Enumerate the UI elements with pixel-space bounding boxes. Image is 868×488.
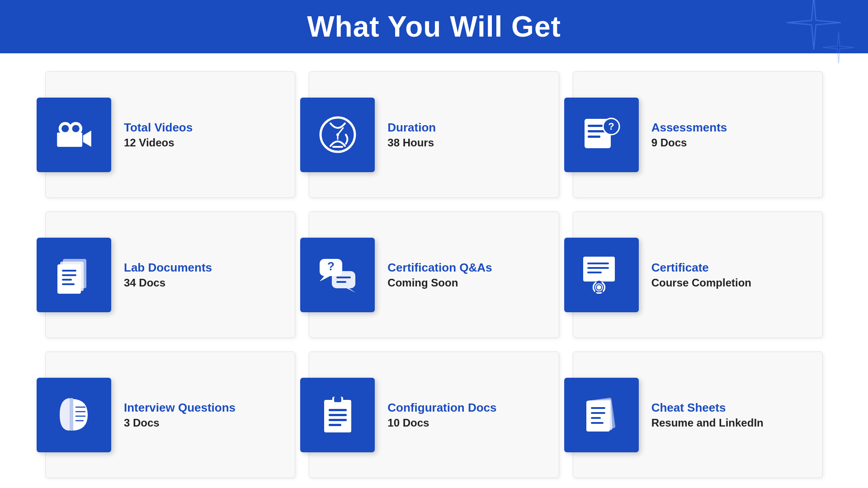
svg-rect-6 bbox=[57, 133, 82, 136]
certificate-icon bbox=[581, 254, 622, 295]
documents-icon bbox=[54, 254, 94, 295]
duration-icon-box bbox=[300, 98, 375, 172]
svg-point-3 bbox=[72, 125, 79, 132]
lab-documents-text: Lab Documents 34 Docs bbox=[111, 261, 212, 289]
total-videos-text: Total Videos 12 Videos bbox=[111, 121, 193, 149]
svg-rect-4 bbox=[57, 135, 82, 147]
page-title: What You Will Get bbox=[0, 10, 868, 43]
svg-point-10 bbox=[336, 133, 339, 136]
card-total-videos: Total Videos 12 Videos bbox=[45, 71, 295, 198]
certificate-label: Certificate bbox=[651, 261, 751, 275]
svg-rect-14 bbox=[588, 130, 606, 132]
svg-point-1 bbox=[61, 125, 69, 132]
lab-documents-icon-box bbox=[37, 238, 111, 312]
page-header: What You Will Get bbox=[0, 0, 868, 53]
svg-rect-34 bbox=[587, 267, 609, 269]
certification-qas-text: Certification Q&As Coming Soon bbox=[375, 261, 492, 289]
svg-point-41 bbox=[596, 285, 602, 290]
video-camera-icon bbox=[54, 114, 94, 155]
svg-rect-52 bbox=[329, 419, 347, 421]
cards-grid: Total Videos 12 Videos Duration 38 Hours bbox=[0, 53, 868, 488]
svg-rect-33 bbox=[587, 263, 609, 264]
svg-text:?: ? bbox=[608, 121, 614, 132]
card-duration: Duration 38 Hours bbox=[309, 71, 559, 198]
svg-rect-42 bbox=[70, 398, 73, 431]
certification-qas-value: Coming Soon bbox=[387, 277, 492, 289]
cheat-sheets-icon-box bbox=[564, 378, 639, 452]
card-cheat-sheets: Cheat Sheets Resume and LinkedIn bbox=[573, 352, 823, 478]
cheat-sheets-value: Resume and LinkedIn bbox=[651, 417, 764, 429]
interview-questions-icon-box bbox=[37, 378, 111, 452]
total-videos-icon-box bbox=[37, 98, 111, 172]
interview-questions-label: Interview Questions bbox=[124, 401, 236, 415]
certificate-text: Certificate Course Completion bbox=[639, 261, 751, 289]
duration-label: Duration bbox=[387, 121, 436, 135]
svg-rect-56 bbox=[586, 401, 610, 432]
svg-rect-57 bbox=[591, 407, 605, 409]
certificate-icon-box bbox=[564, 238, 639, 312]
svg-rect-24 bbox=[62, 283, 75, 285]
hourglass-icon bbox=[317, 114, 358, 155]
svg-rect-28 bbox=[332, 271, 355, 288]
qa-icon: ? bbox=[317, 254, 358, 295]
svg-marker-29 bbox=[347, 288, 356, 293]
assessments-icon-box: ? bbox=[564, 98, 639, 172]
svg-rect-15 bbox=[588, 136, 600, 138]
svg-rect-30 bbox=[336, 277, 351, 278]
duration-value: 38 Hours bbox=[387, 136, 436, 149]
svg-rect-49 bbox=[334, 397, 341, 402]
svg-text:?: ? bbox=[327, 259, 335, 273]
assessment-icon: ? bbox=[581, 114, 622, 155]
total-videos-value: 12 Videos bbox=[124, 136, 193, 149]
card-certificate: Certificate Course Completion bbox=[573, 211, 823, 338]
svg-rect-59 bbox=[591, 417, 601, 419]
svg-rect-51 bbox=[329, 414, 347, 416]
certification-qas-label: Certification Q&As bbox=[387, 261, 492, 275]
interview-questions-value: 3 Docs bbox=[124, 417, 236, 429]
svg-rect-58 bbox=[591, 412, 605, 414]
configuration-docs-value: 10 Docs bbox=[387, 417, 496, 429]
cheat-sheets-text: Cheat Sheets Resume and LinkedIn bbox=[639, 401, 764, 429]
star-decoration-small bbox=[823, 32, 854, 63]
svg-rect-31 bbox=[336, 281, 346, 283]
svg-rect-50 bbox=[329, 409, 347, 411]
lab-documents-label: Lab Documents bbox=[124, 261, 212, 275]
svg-rect-53 bbox=[329, 424, 341, 426]
assessments-value: 9 Docs bbox=[651, 136, 727, 149]
interview-questions-text: Interview Questions 3 Docs bbox=[111, 401, 236, 429]
lab-documents-value: 34 Docs bbox=[124, 277, 212, 289]
total-videos-label: Total Videos bbox=[124, 121, 193, 135]
svg-rect-23 bbox=[62, 279, 72, 281]
card-interview-questions: Interview Questions 3 Docs bbox=[45, 352, 295, 478]
configuration-docs-text: Configuration Docs 10 Docs bbox=[375, 401, 496, 429]
clipboard-icon bbox=[317, 394, 358, 435]
certificate-value: Course Completion bbox=[651, 277, 751, 289]
papers-icon bbox=[581, 394, 622, 435]
svg-rect-22 bbox=[62, 274, 76, 276]
cheat-sheets-label: Cheat Sheets bbox=[651, 401, 764, 415]
certification-qas-icon-box: ? bbox=[300, 238, 375, 312]
card-assessments: ? Assessments 9 Docs bbox=[573, 71, 823, 198]
card-configuration-docs: Configuration Docs 10 Docs bbox=[309, 352, 559, 478]
duration-text: Duration 38 Hours bbox=[375, 121, 436, 149]
svg-rect-32 bbox=[583, 257, 615, 282]
configuration-docs-label: Configuration Docs bbox=[387, 401, 496, 415]
assessments-label: Assessments bbox=[651, 121, 727, 135]
configuration-docs-icon-box bbox=[300, 378, 375, 452]
svg-rect-60 bbox=[591, 422, 604, 424]
svg-marker-5 bbox=[83, 131, 91, 147]
assessments-text: Assessments 9 Docs bbox=[639, 121, 727, 149]
book-icon bbox=[54, 394, 94, 435]
svg-rect-21 bbox=[62, 270, 76, 272]
card-lab-documents: Lab Documents 34 Docs bbox=[45, 211, 295, 338]
svg-rect-35 bbox=[587, 272, 602, 273]
card-certification-qas: ? Certification Q&As Coming Soon bbox=[309, 211, 559, 338]
svg-marker-26 bbox=[320, 276, 330, 282]
